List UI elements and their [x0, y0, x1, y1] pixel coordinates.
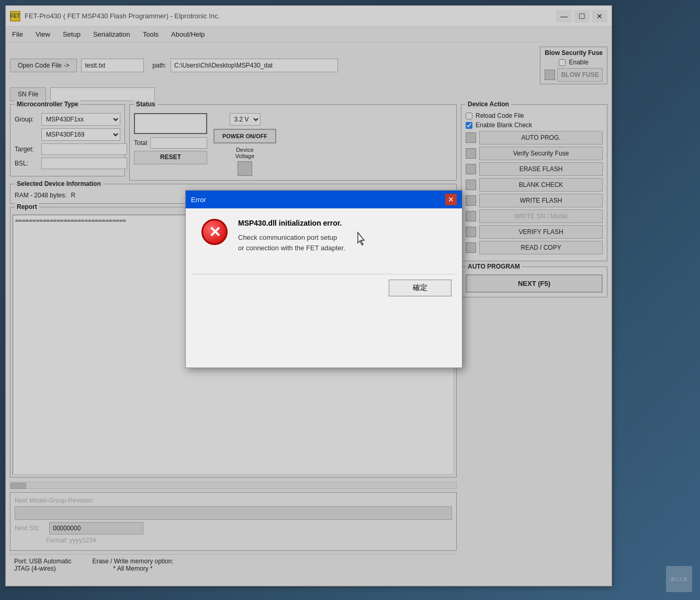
- modal-close-button[interactable]: ✕: [445, 194, 457, 205]
- modal-title-bar: Error ✕: [186, 191, 462, 208]
- modal-ok-button[interactable]: 確定: [389, 280, 451, 296]
- error-circle: ✕: [201, 219, 228, 245]
- error-modal: Error ✕ ✕ MSP430.dll initialization erro…: [185, 190, 462, 368]
- modal-error-body: Check communication port setupor connect…: [238, 232, 345, 253]
- modal-content-row: ✕ MSP430.dll initialization error. Check…: [201, 219, 366, 253]
- modal-footer: 確定: [186, 274, 462, 307]
- modal-text-area: MSP430.dll initialization error. Check c…: [238, 219, 345, 253]
- error-icon: ✕: [201, 219, 228, 245]
- cursor-indicator: [356, 231, 366, 248]
- modal-body: ✕ MSP430.dll initialization error. Check…: [186, 208, 462, 274]
- modal-title: Error: [191, 196, 206, 204]
- modal-error-title: MSP430.dll initialization error.: [238, 219, 345, 227]
- modal-overlay: Error ✕ ✕ MSP430.dll initialization erro…: [0, 0, 700, 600]
